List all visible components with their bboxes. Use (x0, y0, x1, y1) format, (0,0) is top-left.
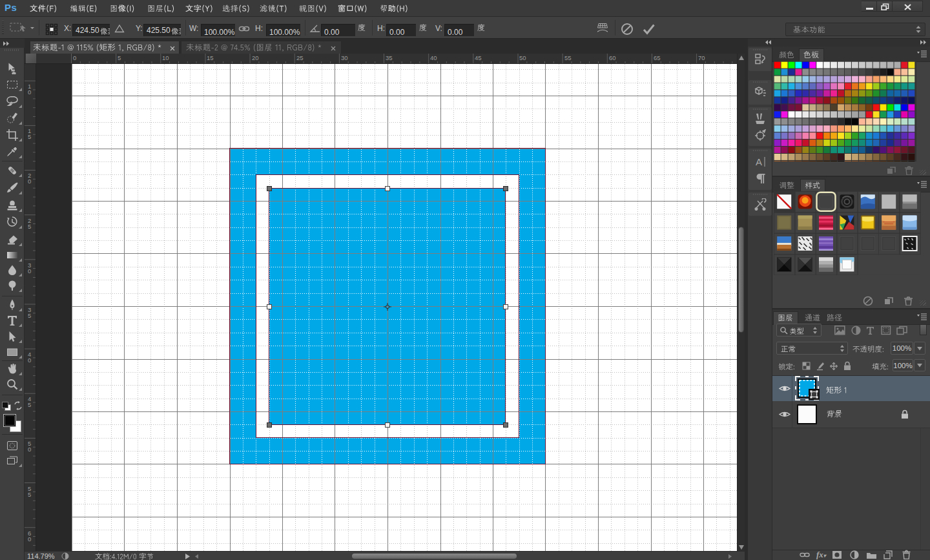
svg-text:A: A (756, 156, 762, 167)
